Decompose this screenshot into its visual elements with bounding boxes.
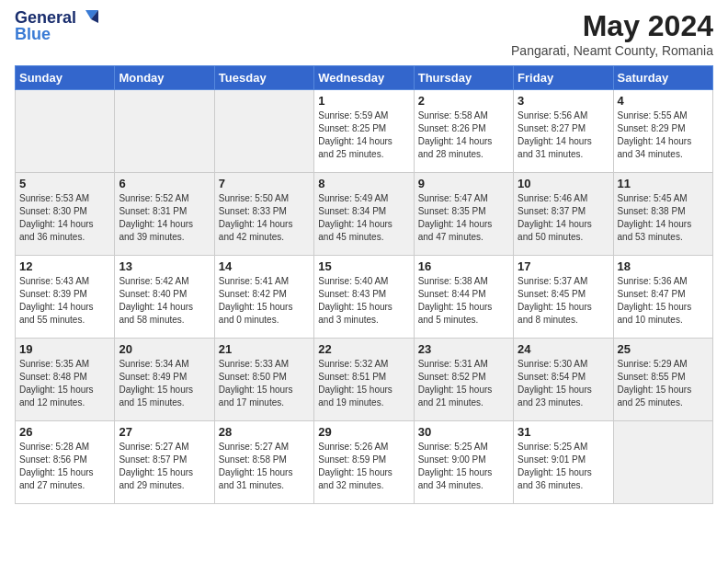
calendar-cell-empty [613,421,712,504]
calendar-cell-6: 6Sunrise: 5:52 AM Sunset: 8:31 PM Daylig… [115,173,214,256]
cell-info: Sunrise: 5:58 AM Sunset: 8:26 PM Dayligh… [418,109,509,161]
date-number: 19 [19,342,110,356]
date-number: 31 [518,425,609,439]
cell-info: Sunrise: 5:50 AM Sunset: 8:33 PM Dayligh… [219,192,310,244]
calendar-table: SundayMondayTuesdayWednesdayThursdayFrid… [15,65,713,504]
date-number: 21 [219,342,310,356]
calendar-cell-17: 17Sunrise: 5:37 AM Sunset: 8:45 PM Dayli… [514,256,613,339]
calendar-cell-1: 1Sunrise: 5:59 AM Sunset: 8:25 PM Daylig… [314,90,414,173]
calendar-row-1: 5Sunrise: 5:53 AM Sunset: 8:30 PM Daylig… [16,173,713,256]
cell-info: Sunrise: 5:32 AM Sunset: 8:51 PM Dayligh… [318,358,409,409]
date-number: 14 [219,259,310,273]
calendar-cell-10: 10Sunrise: 5:46 AM Sunset: 8:37 PM Dayli… [514,173,613,256]
cell-info: Sunrise: 5:36 AM Sunset: 8:47 PM Dayligh… [618,275,709,327]
date-number: 22 [318,342,409,356]
date-number: 12 [19,259,110,273]
date-number: 28 [219,425,310,439]
calendar-cell-30: 30Sunrise: 5:25 AM Sunset: 9:00 PM Dayli… [414,421,513,504]
cell-info: Sunrise: 5:34 AM Sunset: 8:49 PM Dayligh… [119,358,210,409]
calendar-cell-9: 9Sunrise: 5:47 AM Sunset: 8:35 PM Daylig… [414,173,513,256]
calendar-cell-15: 15Sunrise: 5:40 AM Sunset: 8:43 PM Dayli… [314,256,414,339]
date-number: 5 [19,177,110,190]
calendar-row-3: 19Sunrise: 5:35 AM Sunset: 8:48 PM Dayli… [16,339,713,421]
cell-info: Sunrise: 5:42 AM Sunset: 8:40 PM Dayligh… [119,275,210,327]
calendar-cell-19: 19Sunrise: 5:35 AM Sunset: 8:48 PM Dayli… [16,339,115,421]
cell-info: Sunrise: 5:53 AM Sunset: 8:30 PM Dayligh… [19,192,110,244]
page: General Blue May 2024 Pangarati, Neamt C… [0,0,728,563]
cell-info: Sunrise: 5:47 AM Sunset: 8:35 PM Dayligh… [418,192,509,244]
date-number: 20 [119,342,210,356]
date-number: 1 [318,94,409,108]
calendar-cell-11: 11Sunrise: 5:45 AM Sunset: 8:38 PM Dayli… [613,173,712,256]
date-number: 6 [119,177,210,190]
date-number: 24 [518,342,609,356]
logo-text-blue: Blue [15,26,51,44]
title-block: May 2024 Pangarati, Neamt County, Romani… [511,9,713,58]
date-number: 18 [618,259,709,273]
calendar-cell-26: 26Sunrise: 5:28 AM Sunset: 8:56 PM Dayli… [16,421,115,504]
subtitle: Pangarati, Neamt County, Romania [511,43,713,58]
date-number: 10 [518,177,609,190]
calendar-cell-2: 2Sunrise: 5:58 AM Sunset: 8:26 PM Daylig… [414,90,513,173]
cell-info: Sunrise: 5:43 AM Sunset: 8:39 PM Dayligh… [19,275,110,327]
cell-info: Sunrise: 5:45 AM Sunset: 8:38 PM Dayligh… [618,192,709,244]
date-number: 2 [418,94,509,108]
logo-icon [78,6,98,27]
calendar-cell-21: 21Sunrise: 5:33 AM Sunset: 8:50 PM Dayli… [214,339,313,421]
cell-info: Sunrise: 5:37 AM Sunset: 8:45 PM Dayligh… [518,275,609,327]
calendar-cell-25: 25Sunrise: 5:29 AM Sunset: 8:55 PM Dayli… [613,339,712,421]
day-header-monday: Monday [115,66,214,90]
calendar-cell-8: 8Sunrise: 5:49 AM Sunset: 8:34 PM Daylig… [314,173,414,256]
calendar-cell-13: 13Sunrise: 5:42 AM Sunset: 8:40 PM Dayli… [115,256,214,339]
calendar-row-2: 12Sunrise: 5:43 AM Sunset: 8:39 PM Dayli… [16,256,713,339]
cell-info: Sunrise: 5:25 AM Sunset: 9:01 PM Dayligh… [518,441,609,492]
cell-info: Sunrise: 5:59 AM Sunset: 8:25 PM Dayligh… [318,109,409,161]
cell-info: Sunrise: 5:52 AM Sunset: 8:31 PM Dayligh… [119,192,210,244]
cell-info: Sunrise: 5:33 AM Sunset: 8:50 PM Dayligh… [219,358,310,409]
day-header-friday: Friday [514,66,613,90]
date-number: 9 [418,177,509,190]
cell-info: Sunrise: 5:55 AM Sunset: 8:29 PM Dayligh… [618,109,709,161]
date-number: 16 [418,259,509,273]
cell-info: Sunrise: 5:29 AM Sunset: 8:55 PM Dayligh… [618,358,709,409]
cell-info: Sunrise: 5:38 AM Sunset: 8:44 PM Dayligh… [418,275,509,327]
date-number: 8 [318,177,409,190]
header: General Blue May 2024 Pangarati, Neamt C… [15,9,713,58]
cell-info: Sunrise: 5:41 AM Sunset: 8:42 PM Dayligh… [219,275,310,327]
header-row: SundayMondayTuesdayWednesdayThursdayFrid… [16,66,713,90]
date-number: 30 [418,425,509,439]
calendar-cell-14: 14Sunrise: 5:41 AM Sunset: 8:42 PM Dayli… [214,256,313,339]
calendar-row-4: 26Sunrise: 5:28 AM Sunset: 8:56 PM Dayli… [16,421,713,504]
calendar-cell-23: 23Sunrise: 5:31 AM Sunset: 8:52 PM Dayli… [414,339,513,421]
date-number: 15 [318,259,409,273]
logo: General Blue [15,9,98,44]
cell-info: Sunrise: 5:25 AM Sunset: 9:00 PM Dayligh… [418,441,509,492]
calendar-cell-28: 28Sunrise: 5:27 AM Sunset: 8:58 PM Dayli… [214,421,313,504]
calendar-cell-7: 7Sunrise: 5:50 AM Sunset: 8:33 PM Daylig… [214,173,313,256]
calendar-cell-31: 31Sunrise: 5:25 AM Sunset: 9:01 PM Dayli… [514,421,613,504]
cell-info: Sunrise: 5:31 AM Sunset: 8:52 PM Dayligh… [418,358,509,409]
calendar-cell-12: 12Sunrise: 5:43 AM Sunset: 8:39 PM Dayli… [16,256,115,339]
cell-info: Sunrise: 5:40 AM Sunset: 8:43 PM Dayligh… [318,275,409,327]
cell-info: Sunrise: 5:28 AM Sunset: 8:56 PM Dayligh… [19,441,110,492]
calendar-cell-empty [16,90,115,173]
calendar-cell-4: 4Sunrise: 5:55 AM Sunset: 8:29 PM Daylig… [613,90,712,173]
date-number: 4 [618,94,709,108]
cell-info: Sunrise: 5:49 AM Sunset: 8:34 PM Dayligh… [318,192,409,244]
calendar-cell-empty [214,90,313,173]
date-number: 25 [618,342,709,356]
cell-info: Sunrise: 5:30 AM Sunset: 8:54 PM Dayligh… [518,358,609,409]
cell-info: Sunrise: 5:56 AM Sunset: 8:27 PM Dayligh… [518,109,609,161]
cell-info: Sunrise: 5:46 AM Sunset: 8:37 PM Dayligh… [518,192,609,244]
calendar-cell-5: 5Sunrise: 5:53 AM Sunset: 8:30 PM Daylig… [16,173,115,256]
calendar-cell-29: 29Sunrise: 5:26 AM Sunset: 8:59 PM Dayli… [314,421,414,504]
calendar-cell-20: 20Sunrise: 5:34 AM Sunset: 8:49 PM Dayli… [115,339,214,421]
day-header-thursday: Thursday [414,66,513,90]
day-header-sunday: Sunday [16,66,115,90]
date-number: 7 [219,177,310,190]
calendar-cell-empty [115,90,214,173]
calendar-cell-24: 24Sunrise: 5:30 AM Sunset: 8:54 PM Dayli… [514,339,613,421]
cell-info: Sunrise: 5:26 AM Sunset: 8:59 PM Dayligh… [318,441,409,492]
date-number: 26 [19,425,110,439]
cell-info: Sunrise: 5:35 AM Sunset: 8:48 PM Dayligh… [19,358,110,409]
